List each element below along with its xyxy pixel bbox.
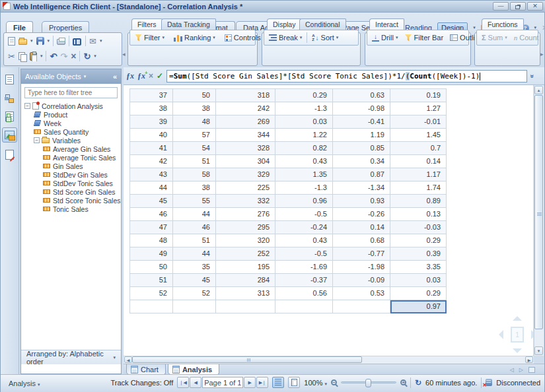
table-cell[interactable]: 45 — [130, 195, 173, 208]
table-cell[interactable]: 0.93 — [333, 195, 390, 208]
table-cell[interactable]: 44 — [173, 247, 216, 261]
table-cell[interactable]: -0.37 — [275, 274, 333, 287]
table-cell[interactable]: -0.03 — [390, 221, 447, 234]
table-cell[interactable]: 0.03 — [390, 274, 447, 287]
table-cell[interactable]: 295 — [216, 221, 275, 234]
vertical-scroll-thumb[interactable] — [534, 95, 543, 329]
tree-expander-icon[interactable]: − — [24, 103, 30, 109]
delete-icon[interactable]: × — [71, 52, 76, 61]
subtab-functions[interactable]: Functions — [482, 18, 524, 30]
table-cell[interactable]: 42 — [130, 155, 173, 168]
table-cell[interactable]: -1.3 — [275, 102, 333, 115]
tree-item[interactable]: Std Score Gin Sales — [21, 187, 121, 196]
table-cell[interactable]: 57 — [173, 129, 216, 142]
table-cell[interactable]: 0.29 — [390, 234, 447, 247]
subtab-data-tracking[interactable]: Data Tracking — [161, 18, 216, 30]
table-cell[interactable]: 3.35 — [390, 261, 447, 274]
table-cell[interactable]: -0.09 — [333, 274, 390, 287]
sheet-tab-analysis[interactable]: Analysis — [168, 364, 219, 375]
table-cell[interactable]: 51 — [173, 234, 216, 247]
table-cell[interactable]: 48 — [130, 234, 173, 247]
page-navigation-widget[interactable]: 1 — [499, 317, 533, 352]
quick-display-mode-button[interactable] — [272, 377, 284, 388]
tree-item[interactable]: Week — [21, 119, 121, 127]
panel-header-dropdown[interactable]: ▾ — [84, 74, 87, 79]
export-mail-icon[interactable]: ✉ — [89, 37, 96, 46]
create-variable-icon[interactable]: ƒx+ — [137, 71, 145, 81]
input-controls-button[interactable] — [2, 109, 17, 124]
table-cell[interactable]: 0.85 — [333, 142, 390, 155]
subtab-conditional[interactable]: Conditional — [299, 18, 346, 30]
table-cell[interactable]: -0.5 — [275, 208, 333, 221]
redo-icon[interactable]: ↷ — [60, 52, 67, 61]
table-cell[interactable]: 0.14 — [333, 221, 390, 234]
controls-button[interactable]: Controls▾ — [223, 31, 267, 44]
table-cell[interactable]: -1.98 — [333, 261, 390, 274]
cancel-formula-icon[interactable]: × — [149, 71, 153, 81]
table-cell[interactable]: 48 — [173, 115, 216, 129]
page-mode-button[interactable] — [288, 377, 300, 388]
table-cell[interactable]: -0.98 — [333, 102, 390, 115]
tree-item[interactable]: −Variables — [21, 136, 121, 145]
zoom-slider-knob[interactable] — [365, 379, 371, 387]
table-cell[interactable]: 44 — [173, 208, 216, 221]
table-cell[interactable]: 318 — [216, 89, 275, 102]
open-icon[interactable] — [18, 39, 27, 45]
table-cell[interactable]: 242 — [216, 102, 275, 115]
print-icon[interactable] — [57, 39, 65, 45]
table-cell[interactable]: 225 — [216, 181, 275, 195]
table-cell[interactable]: 58 — [173, 168, 216, 181]
table-cell[interactable]: 38 — [173, 102, 216, 115]
table-cell[interactable]: 1.19 — [333, 129, 390, 142]
arranged-by-selector[interactable]: Arranged by: Alphabetic order ▾ — [21, 350, 121, 364]
table-cell[interactable]: 329 — [216, 168, 275, 181]
sheet-tab-chart[interactable]: Chart — [126, 364, 166, 375]
table-cell[interactable]: 1.35 — [275, 168, 333, 181]
table-cell[interactable]: 46 — [173, 221, 216, 234]
table-cell[interactable]: -0.5 — [275, 247, 333, 261]
count-button[interactable]: nCount — [512, 31, 541, 44]
table-cell[interactable]: 0.29 — [390, 287, 447, 300]
paste-dropdown[interactable]: ▾ — [40, 53, 43, 59]
close-document-icon[interactable]: ✕ — [542, 24, 545, 32]
subtab-display[interactable]: Display — [267, 18, 301, 30]
formula-toggle-icon[interactable]: ƒx — [126, 71, 134, 81]
sort-button[interactable]: AZ↓Sort▾ — [310, 31, 340, 44]
tree-expander-icon[interactable]: − — [34, 137, 40, 143]
table-cell[interactable]: 0.89 — [390, 195, 447, 208]
table-cell[interactable]: 45 — [173, 274, 216, 287]
filter-button[interactable]: Filter▾ — [133, 31, 166, 44]
table-cell[interactable]: 320 — [216, 234, 275, 247]
prev-page-button[interactable]: ◀ — [190, 377, 201, 388]
subtab-filters[interactable]: Filters — [131, 18, 163, 30]
refresh-dropdown[interactable]: ▾ — [94, 53, 96, 59]
tree-filter-input[interactable] — [24, 87, 118, 98]
scroll-up-arrow[interactable]: ▲ — [534, 86, 543, 94]
tree-item[interactable]: Average Gin Sales — [21, 145, 121, 153]
available-objects-button[interactable] — [2, 127, 17, 143]
refresh-icon[interactable]: ↻ — [83, 52, 91, 61]
nav-right-arrow[interactable] — [531, 330, 533, 339]
horizontal-scroll-thumb[interactable] — [132, 356, 362, 363]
table-cell[interactable]: 51 — [130, 274, 173, 287]
subtab-interact[interactable]: Interact — [369, 18, 404, 30]
table-cell[interactable]: -0.26 — [333, 208, 390, 221]
save-icon[interactable] — [36, 37, 44, 45]
table-cell[interactable]: 0.43 — [275, 234, 333, 247]
table-cell[interactable]: 47 — [130, 221, 173, 234]
last-page-button[interactable]: ▶❘ — [256, 377, 268, 388]
panel-collapse-icon[interactable]: « — [113, 73, 117, 81]
table-cell[interactable]: 41 — [130, 142, 173, 155]
table-cell[interactable]: 313 — [216, 287, 275, 300]
zoom-in-icon[interactable]: + — [400, 379, 406, 385]
navigation-map-button[interactable] — [2, 90, 17, 106]
table-cell[interactable]: 0.7 — [390, 142, 447, 155]
table-cell[interactable]: 332 — [216, 195, 275, 208]
first-page-button[interactable]: ❘◀ — [177, 377, 189, 388]
zoom-level[interactable]: 100% ▾ — [304, 379, 327, 387]
table-cell[interactable]: 55 — [173, 195, 216, 208]
formula-input[interactable]: =Sum([Std Score Gin Sales]*[Std Score To… — [166, 70, 527, 82]
status-analysis-menu[interactable]: Analysis ▾ — [9, 379, 40, 387]
sum-button[interactable]: ΣSum▾ — [480, 31, 509, 44]
table-cell[interactable]: 50 — [173, 89, 216, 102]
